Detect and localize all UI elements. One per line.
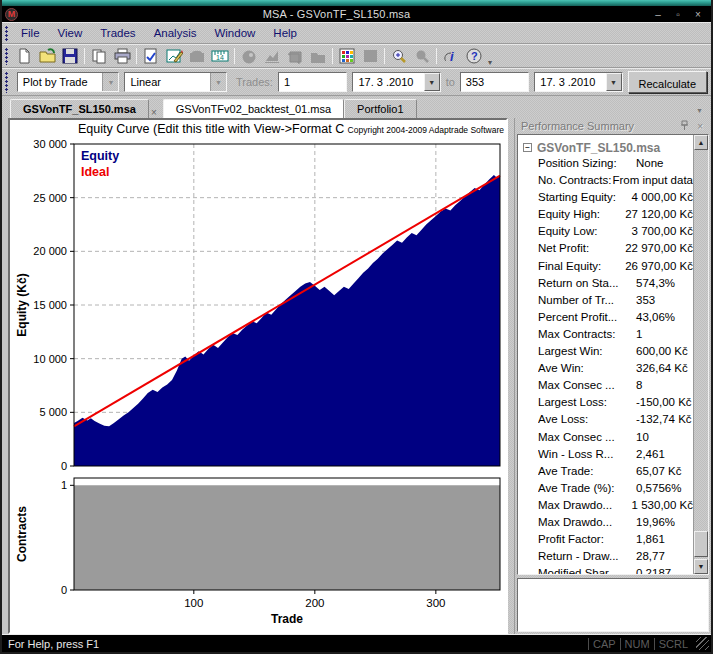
tab-gsvontfv02_backtest_01.msa[interactable]: GSVonTFv02_backtest_01.msa: [163, 99, 344, 118]
format-colors-icon[interactable]: [336, 46, 358, 66]
summary-row[interactable]: Win - Loss R...2,461: [522, 448, 693, 465]
menu-item-file[interactable]: File: [12, 24, 49, 42]
summary-row[interactable]: Profit Factor:1,861: [522, 533, 693, 550]
summary-row[interactable]: Max Consec ...8: [522, 379, 693, 396]
scroll-up-icon[interactable]: ▲: [694, 135, 708, 150]
summary-row[interactable]: Ave Trade (%):0,5756%: [522, 482, 693, 499]
new-document-icon[interactable]: [13, 46, 35, 66]
zoom-in-icon[interactable]: [388, 46, 410, 66]
tab-portfolio1[interactable]: Portfolio1: [344, 99, 416, 118]
summary-row[interactable]: Max Consec ...10: [522, 431, 693, 448]
svg-text:14: 14: [216, 54, 224, 61]
chevron-down-icon[interactable]: ▼: [424, 73, 440, 91]
chevron-down-icon[interactable]: ▼: [210, 73, 226, 91]
toolbar: 14 i ? ▾: [2, 44, 711, 68]
summary-row[interactable]: Equity High:27 120,00 Kč: [522, 208, 693, 225]
summary-row-label: Profit Factor:: [538, 533, 636, 550]
summary-row-value: 4 000,00 Kč: [632, 191, 693, 208]
date-from-select[interactable]: 17. 3 .2010 ▼: [352, 72, 440, 92]
tab-close-icon[interactable]: ×: [149, 103, 163, 118]
panel-scrollbar[interactable]: ▲ ▼: [693, 135, 708, 574]
menu-item-window[interactable]: Window: [205, 24, 264, 42]
close-button[interactable]: ×: [691, 9, 705, 20]
summary-row[interactable]: Max Contracts:1: [522, 328, 693, 345]
trade-from-input[interactable]: 1: [278, 72, 347, 92]
controlsbar-grip-handle[interactable]: [4, 71, 9, 93]
panel-close-icon[interactable]: ×: [693, 121, 707, 132]
resize-grip[interactable]: [696, 637, 709, 650]
summary-row-value: None: [636, 157, 693, 174]
summary-row[interactable]: Ave Loss:-132,74 Kč: [522, 413, 693, 430]
input-data-icon[interactable]: [140, 46, 162, 66]
menu-item-help[interactable]: Help: [264, 24, 306, 42]
summary-row[interactable]: Position Sizing:None: [522, 157, 693, 174]
svg-text:0: 0: [61, 584, 67, 596]
tree-collapse-icon[interactable]: −: [523, 143, 532, 152]
summary-row[interactable]: Ave Trade:65,07 Kč: [522, 465, 693, 482]
toolbar-overflow-icon[interactable]: ▾: [488, 58, 492, 67]
summary-row[interactable]: Modified Shar...0,2187: [522, 567, 693, 574]
scrollbar-thumb[interactable]: [694, 531, 708, 557]
panel-header[interactable]: Performance Summary ×: [515, 118, 711, 134]
svg-text:Trade: Trade: [271, 612, 303, 626]
summary-row[interactable]: Number of Tr...353: [522, 294, 693, 311]
about-info-icon[interactable]: i: [440, 46, 462, 66]
edit-chart-icon[interactable]: [163, 46, 185, 66]
maximize-button[interactable]: ▫: [671, 9, 685, 20]
summary-row-label: Net Profit:: [538, 242, 625, 259]
menubar-grip-handle[interactable]: [4, 25, 9, 41]
summary-row[interactable]: Equity Low:3 700,00 Kč: [522, 225, 693, 242]
summary-row[interactable]: Net Profit:22 970,00 Kč: [522, 242, 693, 259]
summary-row-label: Ave Loss:: [538, 413, 636, 430]
svg-text:200: 200: [305, 597, 324, 609]
plot-by-select[interactable]: Plot by Trade ▼: [17, 72, 120, 92]
summary-row[interactable]: Max Drawdo...1 530,00 Kč: [522, 499, 693, 516]
summary-row[interactable]: No. Contracts:From input data: [522, 174, 693, 191]
app-window: M MSA - GSVonTF_SL150.msa – ▫ × FileView…: [0, 0, 713, 654]
format-scale-icon[interactable]: 14: [209, 46, 231, 66]
summary-row[interactable]: Return on Sta...574,3%: [522, 277, 693, 294]
analysis-chart-icon-disabled: [261, 46, 283, 66]
summary-notes-box: [517, 578, 709, 632]
recalculate-button[interactable]: Recalculate: [628, 71, 707, 93]
tab-list-chevron-icon[interactable]: ▼: [696, 107, 703, 114]
summary-row[interactable]: Largest Win:600,00 Kč: [522, 345, 693, 362]
date-to-select[interactable]: 17. 3 .2010 ▼: [534, 72, 622, 92]
menu-item-analysis[interactable]: Analysis: [145, 24, 206, 42]
open-file-icon[interactable]: [36, 46, 58, 66]
summary-file-row[interactable]: − GSVonTF_SL150.msa: [522, 138, 693, 157]
summary-row[interactable]: Return - Draw...28,77: [522, 550, 693, 567]
menu-item-view[interactable]: View: [49, 24, 92, 42]
summary-row[interactable]: Largest Loss:-150,00 Kč: [522, 396, 693, 413]
copy-icon[interactable]: [88, 46, 110, 66]
help-icon[interactable]: ?: [463, 46, 485, 66]
print-icon[interactable]: [111, 46, 133, 66]
equity-curve-chart[interactable]: Equity Curve (Edit this title with View-…: [8, 118, 508, 634]
title-bar[interactable]: M MSA - GSVonTF_SL150.msa – ▫ ×: [2, 6, 711, 22]
minimize-button[interactable]: –: [651, 9, 665, 20]
pin-icon[interactable]: [676, 120, 693, 133]
summary-row[interactable]: Max Drawdo...19,96%: [522, 516, 693, 533]
svg-text:?: ?: [471, 50, 478, 62]
scale-select[interactable]: Linear ▼: [124, 72, 227, 92]
app-icon: M: [5, 8, 18, 21]
to-label: to: [446, 76, 455, 88]
scroll-down-icon[interactable]: ▼: [694, 559, 708, 574]
trade-to-input[interactable]: 353: [460, 72, 529, 92]
summary-row[interactable]: Ave Win:326,64 Kč: [522, 362, 693, 379]
summary-row-label: Ave Trade:: [538, 465, 636, 482]
summary-row-value: 1: [636, 328, 693, 345]
chevron-down-icon[interactable]: ▼: [102, 73, 118, 91]
summary-row[interactable]: Final Equity:26 970,00 Kč: [522, 260, 693, 277]
summary-row[interactable]: Starting Equity:4 000,00 Kč: [522, 191, 693, 208]
chevron-down-icon[interactable]: ▼: [606, 73, 622, 91]
save-icon[interactable]: [59, 46, 81, 66]
tab-gsvontf_sl150.msa[interactable]: GSVonTF_SL150.msa: [10, 99, 149, 118]
toolbar-grip-handle[interactable]: [4, 47, 9, 65]
menu-item-trades[interactable]: Trades: [91, 24, 144, 42]
summary-row-value: 10: [636, 431, 693, 448]
summary-row[interactable]: Percent Profit...43,06%: [522, 311, 693, 328]
summary-row-value: 27 120,00 Kč: [625, 208, 693, 225]
toolbar-separator: [332, 48, 333, 64]
summary-row-value: 3 700,00 Kč: [632, 225, 693, 242]
